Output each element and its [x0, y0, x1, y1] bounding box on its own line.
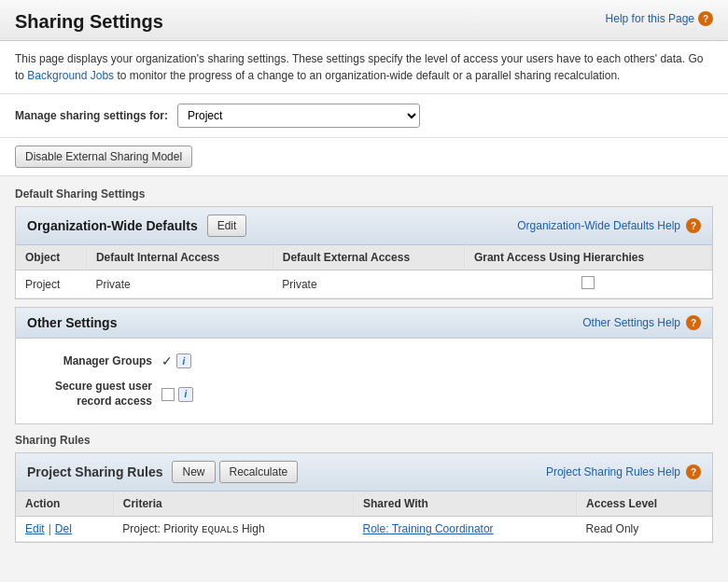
sharing-rules-buttons: New Recalculate: [172, 461, 298, 483]
disable-external-sharing-button[interactable]: Disable External Sharing Model: [15, 146, 192, 168]
new-sharing-rule-button[interactable]: New: [172, 461, 215, 483]
row-object: Project: [16, 270, 86, 298]
criteria-suffix: High: [239, 522, 265, 535]
page-header: Sharing Settings Help for this Page ?: [0, 0, 728, 41]
org-wide-defaults-card: Organization-Wide Defaults Edit Organiza…: [15, 206, 713, 299]
criteria-code: EQUALS: [202, 524, 239, 535]
other-settings-help-icon: ?: [686, 315, 701, 330]
col-criteria: Criteria: [113, 492, 353, 517]
other-settings-title: Other Settings: [27, 315, 117, 330]
org-wide-help-area: Organization-Wide Defaults Help ?: [517, 218, 701, 233]
del-link[interactable]: Del: [55, 522, 72, 535]
org-wide-table-header-row: Object Default Internal Access Default E…: [16, 245, 712, 270]
default-sharing-label: Default Sharing Settings: [15, 184, 713, 206]
shared-with-link[interactable]: Role: Training Coordinator: [363, 522, 494, 535]
org-wide-help-link[interactable]: Organization-Wide Defaults Help: [517, 219, 680, 232]
row-grant-hierarchy-cell: [464, 270, 711, 298]
project-sharing-table: Action Criteria Shared With Access Level…: [16, 492, 712, 542]
org-wide-help-icon: ?: [686, 218, 701, 233]
project-sharing-help-icon: ?: [686, 464, 701, 479]
help-icon: ?: [698, 11, 713, 26]
org-wide-defaults-header: Organization-Wide Defaults Edit Organiza…: [16, 207, 712, 245]
col-shared-with: Shared With: [354, 492, 577, 517]
manager-groups-checkmark: ✓: [161, 353, 173, 368]
org-wide-table-area: Object Default Internal Access Default E…: [16, 245, 712, 298]
sharing-rules-section-label: Sharing Rules: [15, 424, 713, 452]
row-access-level-cell: Read Only: [577, 517, 712, 542]
page-title: Sharing Settings: [15, 11, 163, 33]
project-sharing-table-area: Action Criteria Shared With Access Level…: [16, 492, 712, 542]
secure-guest-label: Secure guest user record access: [31, 380, 152, 409]
org-wide-defaults-title: Organization-Wide Defaults: [27, 218, 198, 233]
manager-groups-value: ✓ i: [161, 353, 191, 368]
description-text2: to monitor the progress of a change to a…: [117, 69, 620, 82]
secure-guest-checkbox: [161, 388, 175, 401]
action-separator: |: [49, 522, 51, 535]
project-sharing-table-header-row: Action Criteria Shared With Access Level: [16, 492, 712, 517]
col-access-level: Access Level: [577, 492, 712, 517]
col-default-internal: Default Internal Access: [86, 245, 273, 270]
row-internal-access: Private: [86, 270, 273, 298]
row-shared-with-cell: Role: Training Coordinator: [354, 517, 577, 542]
other-settings-help-link[interactable]: Other Settings Help: [582, 316, 680, 329]
col-default-external: Default External Access: [273, 245, 464, 270]
row-criteria-cell: Project: Priority EQUALS High: [113, 517, 353, 542]
manage-sharing-section: Manage sharing settings for: Project: [0, 94, 728, 138]
row-external-access: Private: [273, 270, 464, 298]
project-sharing-help-link[interactable]: Project Sharing Rules Help: [546, 465, 680, 478]
project-sharing-rules-card: Project Sharing Rules New Recalculate Pr…: [15, 452, 713, 543]
manager-groups-info-button[interactable]: i: [176, 353, 191, 368]
manager-groups-row: Manager Groups ✓ i: [31, 348, 697, 374]
row-action-cell: Edit | Del: [16, 517, 113, 542]
secure-guest-row: Secure guest user record access i: [31, 374, 697, 414]
other-settings-body: Manager Groups ✓ i Secure guest user rec…: [16, 339, 712, 423]
action-links: Edit | Del: [25, 522, 104, 535]
help-for-page-text: Help for this Page: [606, 12, 694, 25]
background-jobs-link[interactable]: Background Jobs: [27, 69, 114, 82]
other-settings-help-area: Other Settings Help ?: [582, 315, 701, 330]
manager-groups-label: Manager Groups: [31, 354, 152, 367]
org-wide-table: Object Default Internal Access Default E…: [16, 245, 712, 298]
secure-guest-value: i: [161, 387, 193, 402]
criteria-prefix: Project: Priority: [122, 522, 202, 535]
secure-guest-info-button[interactable]: i: [178, 387, 193, 402]
project-sharing-help-area: Project Sharing Rules Help ?: [546, 464, 701, 479]
page-description: This page displays your organization's s…: [0, 41, 728, 94]
col-action: Action: [16, 492, 113, 517]
recalculate-button[interactable]: Recalculate: [219, 461, 299, 483]
table-row: Edit | Del Project: Priority EQUALS High…: [16, 517, 712, 542]
table-row: Project Private Private: [16, 270, 712, 298]
col-grant-hierarchy: Grant Access Using Hierarchies: [464, 245, 711, 270]
other-settings-card: Other Settings Other Settings Help ? Man…: [15, 307, 713, 424]
grant-hierarchy-checkbox: [581, 276, 595, 289]
manage-sharing-label: Manage sharing settings for:: [15, 109, 168, 122]
disable-section: Disable External Sharing Model: [0, 138, 728, 176]
secure-guest-label-text: Secure guest user record access: [55, 380, 152, 408]
other-settings-header: Other Settings Other Settings Help ?: [16, 308, 712, 339]
project-sharing-rules-header: Project Sharing Rules New Recalculate Pr…: [16, 453, 712, 492]
project-sharing-rules-title: Project Sharing Rules: [27, 464, 162, 479]
col-object: Object: [16, 245, 86, 270]
org-wide-edit-button[interactable]: Edit: [207, 215, 247, 237]
help-for-page-link[interactable]: Help for this Page ?: [606, 11, 713, 26]
edit-link[interactable]: Edit: [25, 522, 45, 535]
manage-sharing-select[interactable]: Project: [177, 104, 420, 128]
